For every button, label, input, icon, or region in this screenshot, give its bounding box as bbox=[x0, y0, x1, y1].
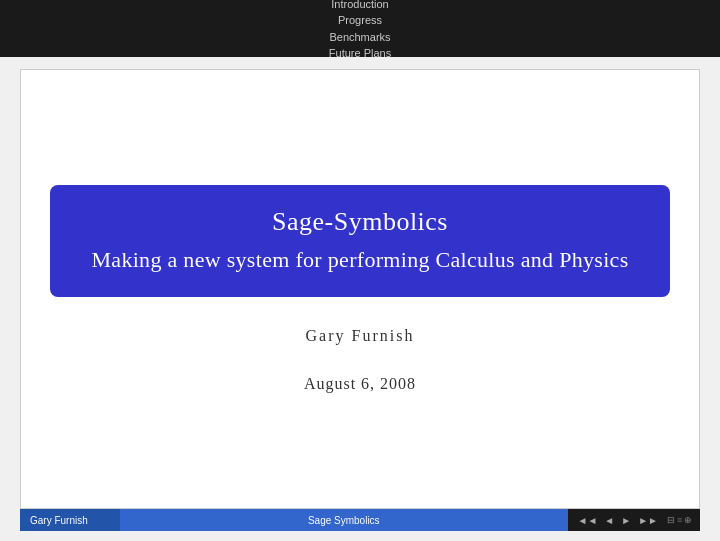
nav-item-future-plans[interactable]: Future Plans bbox=[329, 46, 391, 60]
bottom-left-label: Gary Furnish bbox=[20, 509, 120, 531]
nav-item-progress[interactable]: Progress bbox=[338, 13, 382, 27]
bottom-status-bar: Gary Furnish Sage Symbolics ◄◄ ◄ ► ►► ⊟ … bbox=[20, 509, 700, 531]
slide-subtitle: Making a new system for performing Calcu… bbox=[90, 245, 630, 276]
nav-links: Introduction Progress Benchmarks Future … bbox=[329, 0, 391, 60]
bottom-right-controls: ◄◄ ◄ ► ►► ⊟ ≡ ⊕ bbox=[568, 509, 700, 531]
zoom-out-icon[interactable]: ⊟ bbox=[667, 515, 675, 525]
nav-controls: ⊟ ≡ ⊕ bbox=[667, 515, 692, 525]
title-box: Sage-Symbolics Making a new system for p… bbox=[50, 185, 670, 298]
top-nav-bar: Introduction Progress Benchmarks Future … bbox=[0, 0, 720, 57]
nav-prev-button[interactable]: ◄ bbox=[602, 515, 616, 526]
nav-item-benchmarks[interactable]: Benchmarks bbox=[329, 30, 390, 44]
slide-date: August 6, 2008 bbox=[304, 375, 416, 393]
nav-next-button[interactable]: ► bbox=[619, 515, 633, 526]
bottom-center-label: Sage Symbolics bbox=[120, 509, 568, 531]
slide-main-title: Sage-Symbolics bbox=[90, 207, 630, 237]
slide-author: Gary Furnish bbox=[306, 327, 415, 345]
fit-icon[interactable]: ≡ bbox=[677, 515, 682, 525]
nav-item-introduction[interactable]: Introduction bbox=[331, 0, 388, 11]
nav-next-next-button[interactable]: ►► bbox=[636, 515, 660, 526]
zoom-in-icon[interactable]: ⊕ bbox=[684, 515, 692, 525]
nav-prev-prev-button[interactable]: ◄◄ bbox=[576, 515, 600, 526]
slide-area: Sage-Symbolics Making a new system for p… bbox=[20, 69, 700, 509]
